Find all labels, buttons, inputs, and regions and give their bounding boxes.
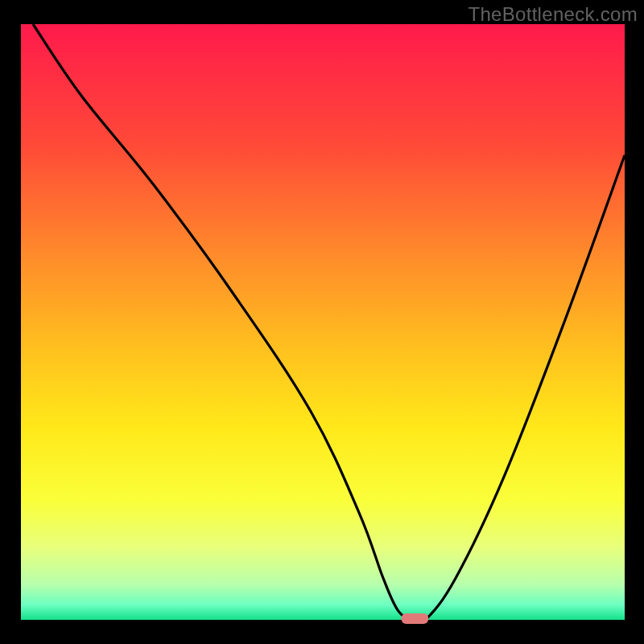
chart-frame: TheBottleneck.com [0, 0, 644, 644]
watermark-label: TheBottleneck.com [468, 3, 638, 26]
svg-rect-0 [21, 24, 625, 620]
bottleneck-chart [0, 0, 644, 644]
target-marker [402, 613, 429, 624]
